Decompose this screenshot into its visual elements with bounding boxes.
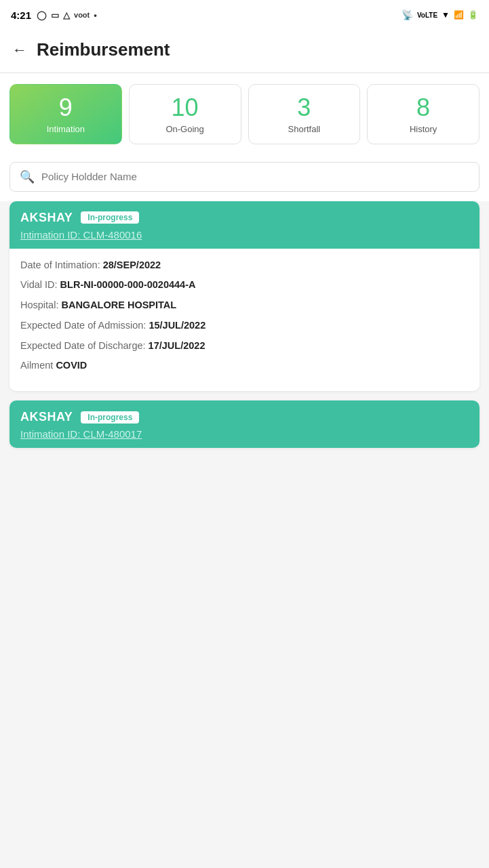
tab-history-number: 8 [416,94,430,121]
volte-icon: VoLTE [417,12,437,19]
status-badge-1: In-progress [81,211,139,224]
claim-name-1: AKSHAY [20,211,73,225]
status-badge-2: In-progress [81,411,139,423]
tab-intimation[interactable]: 9 Intimation [9,84,122,144]
search-container: 🔍 [0,155,489,201]
claim-body-1: Date of Intimation: 28/SEP/2022 Vidal ID… [9,249,480,392]
wifi-icon: ▼ [442,10,450,20]
status-bar: 4:21 ◯ ▭ △ voot • 📡 VoLTE ▼ 📶 🔋 [0,0,489,30]
tab-history[interactable]: 8 History [367,84,480,144]
claim-name-2: AKSHAY [20,410,73,424]
whatsapp-icon: ◯ [37,10,47,20]
tab-ongoing[interactable]: 10 On-Going [129,84,241,144]
claim-date-intimation: Date of Intimation: 28/SEP/2022 [20,258,469,273]
battery-icon: 🔋 [468,10,478,20]
dot-icon: • [94,10,97,20]
claim-vidal-id: Vidal ID: BLR-NI-00000-000-0020444-A [20,278,469,293]
claim-hospital: Hospital: BANGALORE HOSPITAL [20,298,469,313]
search-input[interactable] [41,171,469,182]
claim-ailment: Ailment COVID [20,358,469,373]
voot-icon: voot [74,11,90,19]
search-box[interactable]: 🔍 [9,162,480,192]
claim-card-1[interactable]: AKSHAY In-progress Intimation ID: CLM-48… [9,201,480,392]
message-icon: ▭ [51,10,59,20]
tab-ongoing-number: 10 [172,94,199,121]
tabs-container: 9 Intimation 10 On-Going 3 Shortfall 8 H… [0,73,489,155]
search-icon: 🔍 [20,169,35,184]
claim-header-1: AKSHAY In-progress Intimation ID: CLM-48… [9,201,480,249]
cast-icon: 📡 [402,9,413,20]
claim-admission-date: Expected Date of Admission: 15/JUL/2022 [20,318,469,333]
tab-shortfall[interactable]: 3 Shortfall [248,84,361,144]
back-button[interactable]: ← [12,41,27,59]
claim-card-2[interactable]: AKSHAY In-progress Intimation ID: CLM-48… [9,400,480,448]
claim-discharge-date: Expected Date of Discharge: 17/JUL/2022 [20,339,469,354]
tab-ongoing-label: On-Going [165,124,203,134]
warning-icon: △ [63,10,70,20]
tab-shortfall-number: 3 [297,94,311,121]
tab-intimation-number: 9 [59,94,73,121]
page-header: ← Reimbursement [0,30,489,73]
tab-history-label: History [410,124,437,134]
signal-icon: 📶 [454,10,464,20]
tab-intimation-label: Intimation [47,124,85,134]
claim-id-2: Intimation ID: CLM-480017 [20,428,469,440]
status-time: 4:21 [11,9,31,21]
tab-shortfall-label: Shortfall [288,124,321,134]
page-title: Reimbursement [37,39,170,60]
claim-header-2: AKSHAY In-progress Intimation ID: CLM-48… [9,400,480,448]
claim-id-1: Intimation ID: CLM-480016 [20,229,469,241]
